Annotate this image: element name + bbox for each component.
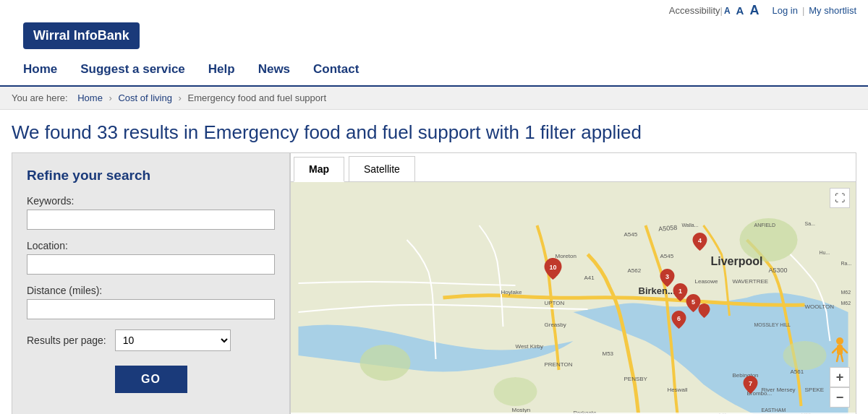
map-container: Liverpool Birken... A5058 A41 A562 WAVER… [291, 182, 856, 414]
distance-label: Distance (miles): [27, 285, 275, 296]
svg-text:Greasby: Greasby [545, 322, 566, 328]
header-top-bar: Accessibility | A A A Log in | My shortl… [0, 0, 868, 18]
map-area: Map Satellite [290, 152, 856, 414]
svg-text:Birken...: Birken... [639, 285, 676, 296]
svg-text:A545: A545 [624, 231, 638, 238]
map-tabs: Map Satellite [291, 153, 856, 182]
auth-links: Log in | My shortlist [772, 5, 856, 16]
svg-point-2 [360, 345, 411, 381]
map-zoom-in-button[interactable]: + [830, 367, 850, 387]
nav-suggest[interactable]: Suggest a service [69, 53, 197, 85]
svg-text:7: 7 [749, 380, 752, 387]
breadcrumb-cost-of-living[interactable]: Cost of living [118, 92, 171, 103]
nav-help[interactable]: Help [197, 53, 247, 85]
font-large-btn[interactable]: A [748, 3, 760, 18]
distance-group: Distance (miles): [27, 285, 275, 319]
font-medium-btn[interactable]: A [735, 4, 746, 17]
svg-text:M53: M53 [603, 350, 614, 357]
location-group: Location: [27, 240, 275, 275]
map-svg: Liverpool Birken... A5058 A41 A562 WAVER… [291, 182, 856, 414]
keywords-input[interactable] [27, 210, 275, 230]
map-expand-button[interactable]: ⛶ [830, 188, 850, 208]
svg-text:PRENTON: PRENTON [545, 361, 573, 368]
breadcrumb-chevron-1: › [109, 92, 115, 103]
accessibility-label: Accessibility [669, 5, 720, 16]
sidebar-heading: Refine your search [27, 168, 275, 184]
keywords-group: Keywords: [27, 195, 275, 230]
location-label: Location: [27, 240, 275, 251]
svg-text:A5300: A5300 [769, 267, 788, 274]
svg-text:SPEKE: SPEKE [805, 387, 825, 393]
nav-home[interactable]: Home [12, 53, 69, 85]
svg-text:Hoylake: Hoylake [501, 289, 522, 296]
svg-text:West Kirby: West Kirby [516, 343, 544, 350]
svg-point-51 [836, 337, 843, 345]
results-per-page-label: Results per page: [27, 335, 106, 346]
logo-container: Wirral InfoBank [0, 18, 868, 49]
page-title: We found 33 results in Emergency food an… [0, 110, 868, 152]
breadcrumb-current: Emergency food and fuel support [187, 92, 326, 103]
svg-point-3 [494, 377, 537, 406]
nav-news[interactable]: News [247, 53, 302, 85]
distance-input[interactable] [27, 299, 275, 319]
font-size-controls: A A A [723, 3, 761, 18]
logo[interactable]: Wirral InfoBank [23, 22, 140, 49]
pegman[interactable] [831, 337, 848, 363]
svg-text:10: 10 [549, 264, 556, 271]
svg-text:Moreton: Moreton [556, 253, 576, 259]
svg-text:A545: A545 [660, 253, 674, 259]
breadcrumb-prefix: You are here: [12, 92, 68, 103]
svg-text:WAVERTREE: WAVERTREE [733, 278, 769, 285]
svg-text:3: 3 [665, 273, 669, 280]
breadcrumb-home[interactable]: Home [77, 92, 103, 103]
svg-text:M62: M62 [841, 290, 851, 295]
main-content: Refine your search Keywords: Location: D… [0, 152, 868, 414]
svg-line-53 [833, 348, 837, 353]
svg-text:Walla...: Walla... [682, 223, 699, 228]
keywords-label: Keywords: [27, 195, 275, 207]
results-per-page-select[interactable]: 10 25 50 100 [115, 329, 231, 351]
svg-line-54 [843, 348, 847, 353]
font-small-btn[interactable]: A [723, 6, 732, 16]
breadcrumb: You are here: Home › Cost of living › Em… [0, 87, 868, 110]
svg-text:6: 6 [677, 315, 681, 322]
svg-text:Leasowe: Leasowe [695, 278, 719, 285]
svg-text:5: 5 [692, 298, 695, 306]
svg-text:WOOLTON: WOOLTON [805, 303, 835, 310]
auth-divider: | [802, 5, 804, 16]
login-link[interactable]: Log in [772, 5, 797, 16]
svg-text:EASTHAM: EASTHAM [762, 407, 786, 413]
svg-text:ANFIELD: ANFIELD [754, 223, 776, 228]
location-input[interactable] [27, 254, 275, 275]
logo-text: Wirral InfoBank [33, 28, 129, 43]
go-button[interactable]: GO [115, 366, 187, 393]
svg-text:4: 4 [698, 237, 702, 244]
nav-contact[interactable]: Contact [302, 53, 370, 85]
svg-text:MOSSLEY HILL: MOSSLEY HILL [754, 322, 791, 327]
svg-line-56 [841, 355, 843, 361]
svg-text:Ra...: Ra... [841, 261, 852, 266]
breadcrumb-chevron-2: › [179, 92, 184, 103]
svg-text:A41: A41 [584, 275, 595, 281]
svg-text:Liverpool: Liverpool [711, 255, 763, 267]
svg-text:Hu...: Hu... [820, 250, 830, 255]
tab-map[interactable]: Map [294, 157, 344, 182]
svg-text:River Mersey: River Mersey [762, 387, 796, 393]
svg-line-55 [837, 355, 838, 361]
svg-rect-52 [837, 345, 843, 355]
search-sidebar: Refine your search Keywords: Location: D… [12, 152, 290, 414]
svg-text:Heswall: Heswall [668, 387, 688, 393]
tab-satellite[interactable]: Satellite [349, 156, 415, 181]
main-nav: Home Suggest a service Help News Contact [0, 53, 868, 87]
shortlist-link[interactable]: My shortlist [809, 5, 856, 16]
results-per-page-group: Results per page: 10 25 50 100 [27, 329, 275, 351]
svg-text:1: 1 [678, 288, 682, 295]
svg-point-4 [783, 341, 827, 370]
svg-text:A562: A562 [628, 267, 642, 274]
svg-text:PENSBY: PENSBY [624, 376, 648, 382]
map-zoom-out-button[interactable]: − [830, 387, 850, 407]
svg-text:M62: M62 [841, 301, 851, 306]
svg-text:Sa...: Sa... [805, 221, 815, 226]
svg-text:A561: A561 [791, 368, 804, 375]
svg-text:UPTON: UPTON [545, 300, 565, 306]
